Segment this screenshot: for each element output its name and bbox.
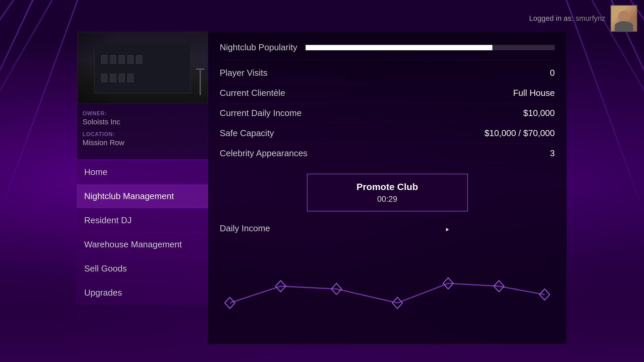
nav-item-sell-goods[interactable]: Sell Goods — [77, 257, 208, 280]
stat-value: 0 — [550, 68, 555, 78]
chart-section: Daily Income — [220, 218, 555, 344]
content-panel: Nightclub Popularity Player Visits0Curre… — [208, 32, 567, 345]
promote-button-timer: 00:29 — [377, 193, 397, 205]
promote-club-button[interactable]: Promote Club 00:29 — [307, 174, 468, 212]
stat-row: Safe Capacity$10,000 / $70,000 — [220, 123, 555, 143]
location-label: LOCATION: — [83, 131, 203, 137]
popularity-row: Nightclub Popularity — [220, 32, 555, 60]
owner-value: Soloists Inc — [83, 118, 203, 126]
nav-menu: HomeNightclub ManagementResident DJWareh… — [77, 161, 208, 304]
stats-section: Player Visits0Current ClientèleFull Hous… — [220, 60, 555, 167]
nav-item-home[interactable]: Home — [77, 161, 208, 184]
avatar-image — [611, 6, 637, 31]
stat-row: Current ClientèleFull House — [220, 83, 555, 103]
promote-button-label: Promote Club — [357, 180, 418, 193]
nav-item-resident-dj[interactable]: Resident DJ — [77, 209, 208, 232]
username-display: smurfynz — [576, 14, 605, 22]
main-panel: OWNER: Soloists Inc LOCATION: Mission Ro… — [77, 32, 567, 345]
nav-item-warehouse-management[interactable]: Warehouse Management — [77, 233, 208, 256]
sidebar: OWNER: Soloists Inc LOCATION: Mission Ro… — [77, 32, 208, 345]
street-lamp — [200, 68, 201, 95]
nav-item-upgrades[interactable]: Upgrades — [77, 281, 208, 304]
owner-label: OWNER: — [83, 111, 203, 117]
chart-data-point — [225, 297, 235, 308]
stat-label: Player Visits — [220, 68, 268, 78]
stat-row: Celebrity Appearances3 — [220, 143, 555, 164]
light-beam — [0, 0, 52, 173]
chart-area — [220, 239, 555, 339]
stat-label: Current Daily Income — [220, 108, 302, 118]
avatar — [610, 5, 637, 32]
location-value: Mission Row — [83, 138, 203, 147]
popularity-label: Nightclub Popularity — [220, 42, 297, 53]
chart-data-point — [540, 289, 550, 300]
popularity-bar-fill — [306, 45, 492, 50]
club-image — [77, 32, 208, 104]
stat-row: Player Visits0 — [220, 63, 555, 83]
bottom-divider — [208, 344, 567, 345]
chart-label: Daily Income — [220, 223, 555, 234]
popularity-bar-track — [306, 45, 555, 50]
login-label: Logged in as: smurfynz — [529, 14, 605, 23]
club-info: OWNER: Soloists Inc LOCATION: Mission Ro… — [77, 104, 208, 159]
stat-label: Celebrity Appearances — [220, 148, 308, 159]
income-chart — [220, 239, 555, 339]
stat-value: $10,000 — [523, 108, 555, 118]
building-silhouette — [94, 50, 191, 94]
stat-label: Safe Capacity — [220, 128, 274, 138]
stat-label: Current Clientèle — [220, 88, 285, 98]
stat-value: 3 — [550, 148, 555, 159]
light-beam — [0, 0, 14, 208]
light-beam — [0, 0, 78, 221]
stat-row: Current Daily Income$10,000 — [220, 103, 555, 123]
stat-value: $10,000 / $70,000 — [484, 128, 555, 138]
header: Logged in as: smurfynz — [523, 0, 644, 37]
nav-item-nightclub-management[interactable]: Nightclub Management — [77, 185, 208, 208]
stat-value: Full House — [513, 88, 555, 98]
